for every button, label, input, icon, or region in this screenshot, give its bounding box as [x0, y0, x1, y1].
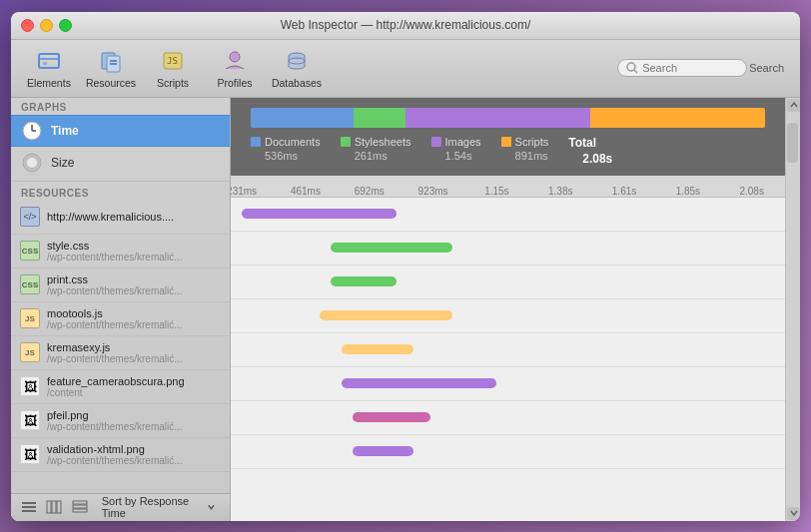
- legend-value-scripts: 891ms: [501, 150, 548, 162]
- js-icon-1: JS: [19, 307, 41, 329]
- legend: Documents 536ms Stylesheets 261ms: [251, 136, 765, 166]
- svg-point-12: [627, 63, 635, 71]
- svg-line-13: [634, 70, 637, 73]
- resource-path: /wp-content/themes/kremalić...: [47, 455, 183, 466]
- bottom-btn-1[interactable]: [19, 498, 39, 516]
- svg-rect-21: [22, 510, 36, 512]
- resource-item-kremasexy[interactable]: JS kremasexy.js /wp-content/themes/krema…: [11, 336, 230, 370]
- legend-label: Images: [431, 136, 481, 148]
- bar-scripts: [590, 108, 765, 128]
- resource-name: validation-xhtml.png: [47, 443, 183, 455]
- resource-item-mootools[interactable]: JS mootools.js /wp-content/themes/kremal…: [11, 302, 230, 336]
- resource-path: /wp-content/themes/kremalić...: [47, 252, 183, 263]
- resource-item-html[interactable]: </> http://www.kremalicious....: [11, 201, 230, 235]
- columns-icon: [46, 500, 62, 514]
- resources-tab[interactable]: Resources: [81, 44, 141, 92]
- web-inspector-window: Web Inspector — http://www.kremalicious.…: [11, 12, 800, 521]
- databases-tab[interactable]: Databases: [267, 44, 327, 92]
- svg-rect-19: [22, 502, 36, 504]
- elements-icon: [35, 47, 63, 75]
- legend-value-documents: 536ms: [251, 150, 298, 162]
- resource-item-feature[interactable]: 🖼 feature_cameraobscura.png /content: [11, 370, 230, 404]
- search-icon: [626, 62, 638, 74]
- scroll-thumb[interactable]: [787, 123, 798, 163]
- resource-text: print.css /wp-content/themes/kremalić...: [47, 273, 183, 296]
- resource-path: /wp-content/themes/kremalić...: [47, 353, 183, 364]
- resource-path: /content: [47, 387, 185, 398]
- legend-label: Stylesheets: [341, 136, 411, 148]
- ruler-tick-0: 231ms: [231, 186, 257, 197]
- legend-value-images: 1.54s: [431, 150, 472, 162]
- scripts-tab[interactable]: JS Scripts: [143, 44, 203, 92]
- resource-text: feature_cameraobscura.png /content: [47, 375, 185, 398]
- databases-icon: [283, 47, 311, 75]
- rows-icon: [72, 500, 88, 514]
- sidebar-divider: [11, 181, 230, 182]
- svg-rect-23: [52, 501, 56, 513]
- traffic-lights: [21, 19, 72, 32]
- sort-label: Sort by Response Time: [102, 495, 203, 519]
- elements-label: Elements: [27, 77, 71, 89]
- resource-row-7: [231, 435, 785, 469]
- svg-rect-26: [73, 505, 87, 508]
- svg-rect-22: [47, 501, 51, 513]
- scroll-up[interactable]: [787, 99, 800, 112]
- resource-row-0: [231, 198, 785, 232]
- search-input[interactable]: [642, 62, 722, 74]
- profiles-icon: [221, 47, 249, 75]
- time-label: Time: [51, 124, 79, 138]
- minimize-button[interactable]: [40, 19, 53, 32]
- resource-item-pfeil[interactable]: 🖼 pfeil.png /wp-content/themes/kremalić.…: [11, 404, 230, 438]
- profiles-tab[interactable]: Profiles: [205, 44, 265, 92]
- maximize-button[interactable]: [59, 19, 72, 32]
- resource-row-5: [231, 367, 785, 401]
- resource-row-6: [231, 401, 785, 435]
- resource-item-stylecss[interactable]: CSS style.css /wp-content/themes/kremali…: [11, 235, 230, 268]
- timeline-ruler: 231ms 461ms 692ms 923ms 1.15s 1.38s 1.61…: [231, 176, 785, 198]
- resource-path: /wp-content/themes/kremalić...: [47, 319, 183, 330]
- legend-value-stylesheets: 261ms: [341, 150, 388, 162]
- svg-point-18: [27, 158, 37, 168]
- scripts-icon: JS: [159, 47, 187, 75]
- legend-value-total: 2.08s: [568, 152, 612, 166]
- svg-text:JS: JS: [167, 56, 178, 66]
- sort-chevron-icon: [207, 502, 216, 512]
- elements-tab[interactable]: Elements: [19, 44, 79, 92]
- resource-text: style.css /wp-content/themes/kremalić...: [47, 240, 183, 263]
- main-content: GRAPHS Time: [11, 98, 800, 521]
- graphs-section-header: GRAPHS: [11, 98, 230, 115]
- sidebar-item-time[interactable]: Time: [11, 115, 230, 147]
- scripts-label: Scripts: [157, 77, 189, 89]
- resources-icon: [97, 47, 125, 75]
- resource-name: feature_cameraobscura.png: [47, 375, 185, 387]
- html-icon: </>: [19, 206, 41, 228]
- bottom-btn-2[interactable]: [45, 498, 65, 516]
- legend-documents: Documents 536ms: [251, 136, 321, 162]
- resource-row-3: [231, 299, 785, 333]
- css-icon-1: CSS: [19, 240, 41, 262]
- sidebar-item-size[interactable]: Size: [11, 147, 230, 179]
- window-title: Web Inspector — http://www.kremalicious.…: [281, 18, 531, 32]
- sort-button[interactable]: Sort by Response Time: [96, 493, 222, 521]
- ruler-tick-6: 1.61s: [612, 186, 636, 197]
- svg-rect-20: [22, 506, 36, 508]
- resource-text: http://www.kremalicious....: [47, 211, 174, 223]
- legend-scripts: Scripts 891ms: [501, 136, 549, 162]
- scrollbar[interactable]: [785, 98, 800, 521]
- scroll-track: [786, 113, 800, 506]
- resource-item-validation[interactable]: 🖼 validation-xhtml.png /wp-content/theme…: [11, 438, 230, 472]
- bar-images: [406, 108, 590, 128]
- resources-list[interactable]: </> http://www.kremalicious.... CSS styl…: [11, 201, 230, 493]
- legend-stylesheets: Stylesheets 261ms: [341, 136, 411, 162]
- js-icon-2: JS: [19, 341, 41, 363]
- scroll-down[interactable]: [787, 507, 800, 520]
- list-icon: [21, 500, 37, 514]
- resource-name: style.css: [47, 240, 183, 252]
- resource-path: /wp-content/themes/kremalić...: [47, 285, 183, 296]
- resource-item-printcss[interactable]: CSS print.css /wp-content/themes/kremali…: [11, 268, 230, 302]
- legend-text-total: Total: [568, 136, 596, 150]
- bar-stylesheets: [354, 108, 406, 128]
- bottom-btn-3[interactable]: [70, 498, 90, 516]
- close-button[interactable]: [21, 19, 34, 32]
- titlebar: Web Inspector — http://www.kremalicious.…: [11, 12, 800, 40]
